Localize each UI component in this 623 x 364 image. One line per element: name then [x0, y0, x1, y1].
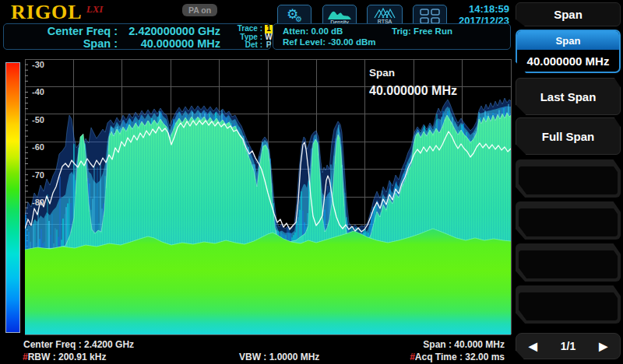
menu-title: Span [516, 2, 621, 26]
density-icon [328, 8, 351, 19]
rbw-value: RBW : 200.91 kHz [28, 352, 107, 362]
y-axis-label: -50 [32, 115, 44, 124]
rigol-logo-text: RIGOL [11, 1, 83, 23]
rigol-logo: RIGOLLXI [11, 1, 103, 24]
softkey-last-span[interactable]: Last Span [516, 78, 621, 115]
status-acq-time: #Acq Time : 32.00 ms [410, 352, 505, 362]
menu-pager[interactable]: ◀ 1/1 ▶ [516, 333, 621, 359]
trace-number-1: 1 [265, 25, 273, 33]
rtsa-icon [374, 8, 396, 19]
y-axis-label: -40 [32, 87, 44, 96]
pager-page-label: 1/1 [561, 340, 575, 352]
status-rbw: #RBW : 200.91 kHz [23, 352, 106, 362]
ref-level-value: Ref Level: -30.00 dBm [283, 37, 510, 47]
span-overlay: Span 40.000000 MHz [369, 67, 457, 98]
overlay-span-value: 40.000000 MHz [369, 84, 457, 98]
spectrum-display: -30-40-50-60-70-80 Span 40.000000 MHz [0, 51, 512, 336]
time-display: 14:18:59 [455, 3, 509, 15]
acq-value: Acq Time : 32.00 ms [415, 352, 505, 362]
acq-coupled-marker: # [410, 352, 415, 362]
y-axis-label: -70 [32, 170, 44, 180]
trigger-value: Trig: Free Run [392, 26, 452, 37]
pa-on-button[interactable]: PA on [182, 4, 217, 16]
trace-row-label: Trace : [233, 25, 262, 33]
status-span: Span : 40.000 MHz [423, 339, 505, 350]
trace-det-1: P [265, 41, 273, 50]
center-freq-value: 2.420000000 GHz [121, 25, 220, 37]
softkey-full-span[interactable]: Full Span [516, 117, 621, 155]
y-axis-label: -60 [32, 142, 44, 152]
pager-prev-icon[interactable]: ◀ [529, 340, 537, 352]
lxi-badge: LXI [86, 3, 104, 15]
status-center-freq: Center Freq : 2.4200 GHz [23, 339, 134, 350]
softkey-span-active[interactable]: Span 40.000000 MHz [516, 30, 621, 73]
header: RIGOLLXI PA on ⚙⚙ Density RTSA [0, 0, 512, 51]
active-span-value: 40.000000 MHz [517, 50, 619, 72]
center-freq-label: Center Freq : [33, 25, 118, 37]
status-vbw: VBW : 1.0000 MHz [239, 352, 319, 362]
span-label: Span : [33, 37, 118, 50]
y-axis-label: -80 [32, 198, 44, 207]
spectrum-analyzer-screen: RIGOLLXI PA on ⚙⚙ Density RTSA [0, 0, 623, 364]
settings-panel: Atten: 0.00 dB Ref Level: -30.00 dBm Tri… [273, 23, 511, 50]
softkey-empty-4 [516, 285, 621, 324]
y-axis-label: -30 [32, 60, 44, 69]
det-row-label: Det : [233, 41, 262, 50]
overlay-span-label: Span [369, 67, 457, 79]
status-bar: Center Freq : 2.4200 GHz Span : 40.000 M… [0, 336, 512, 364]
window-grid-icon [420, 9, 440, 24]
active-span-label: Span [517, 31, 619, 50]
pager-next-icon[interactable]: ▶ [599, 340, 607, 352]
rbw-coupled-marker: # [23, 352, 28, 362]
softkey-menu: Span Span 40.000000 MHz Last Span Full S… [512, 0, 623, 364]
softkey-empty-1 [516, 159, 621, 198]
frequency-panel: Center Freq : 2.420000000 GHz Span : 40.… [3, 23, 271, 50]
softkey-empty-3 [516, 243, 621, 282]
softkey-empty-2 [516, 201, 621, 240]
span-value: 40.000000 MHz [121, 37, 220, 50]
